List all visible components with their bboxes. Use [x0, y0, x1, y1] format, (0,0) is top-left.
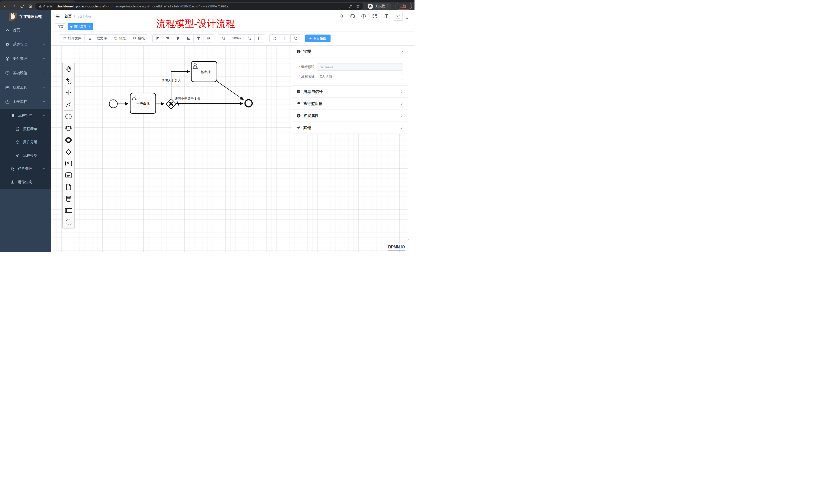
incognito-label: 无痕模式	[375, 4, 388, 8]
passwords-key-icon[interactable]	[348, 4, 352, 8]
github-icon[interactable]	[350, 13, 355, 19]
restart-button[interactable]	[290, 35, 301, 42]
user-task-level2[interactable]: 二级审批	[191, 62, 217, 82]
align-top-button[interactable]	[173, 35, 183, 42]
sidebar-item-workflow[interactable]: 工作流程	[0, 95, 51, 109]
section-general[interactable]: 常规	[292, 45, 408, 57]
process-name-input[interactable]	[317, 73, 403, 80]
edge-label-le1[interactable]: 请假小于等于 1 天	[175, 97, 201, 101]
process-key-input[interactable]	[317, 64, 403, 71]
flow-gateway-to-task2[interactable]	[171, 72, 190, 98]
forward-button[interactable]	[11, 3, 17, 9]
edge-label-gt3[interactable]: 请假大于 3 天	[161, 79, 181, 82]
sidebar-item-infra[interactable]: 基础设施	[0, 66, 51, 80]
undo-button[interactable]	[269, 35, 280, 42]
align-center-v-icon	[196, 36, 201, 40]
sidebar-item-devtools[interactable]: 研发工具	[0, 80, 51, 95]
address-bar[interactable]: 不安全 dashboard.yudao.iocoder.cn/bpm/manag…	[35, 3, 363, 10]
zoom-in-icon	[247, 36, 251, 40]
bpmn-canvas[interactable]: 一级审批 二级审批 请假大于 3 天	[51, 45, 414, 252]
redo-button[interactable]	[280, 35, 290, 42]
align-top-icon	[176, 36, 180, 40]
bpmn-io-watermark[interactable]: BPMN.iO	[388, 245, 405, 250]
align-bottom-button[interactable]	[183, 35, 193, 42]
download-file-button[interactable]: 下载文件	[84, 35, 110, 42]
sidebar-item-home[interactable]: 首页	[0, 23, 51, 37]
dashboard-icon	[5, 28, 10, 33]
briefcase-icon	[5, 85, 10, 90]
person-icon	[10, 180, 15, 185]
active-dot	[70, 26, 72, 28]
update-button[interactable]: 更新	[396, 3, 412, 9]
sidebar-item-process-mgmt[interactable]: 流程管理	[0, 109, 51, 122]
font-size-icon[interactable]	[383, 13, 388, 19]
bookmark-star-icon[interactable]	[356, 4, 360, 8]
align-center-vertical-button[interactable]	[193, 35, 204, 42]
save-model-button[interactable]: + 保存模型	[305, 35, 330, 42]
chevron-right-icon	[400, 114, 403, 117]
paper-plane-icon	[15, 153, 20, 158]
zoom-in-button[interactable]	[244, 35, 254, 42]
flow-task2-to-end[interactable]	[217, 81, 244, 100]
sidebar-item-system[interactable]: 系统管理	[0, 37, 51, 52]
avatar[interactable]	[394, 12, 402, 21]
section-messages-signals[interactable]: 消息与信号	[292, 85, 408, 98]
back-button[interactable]	[3, 3, 9, 9]
plus-circle-icon	[296, 114, 301, 118]
zoom-level[interactable]: 100%	[229, 35, 244, 42]
section-extended-attributes[interactable]: 扩展属性	[292, 110, 408, 121]
align-center-h-icon	[207, 36, 211, 40]
align-bottom-icon	[186, 36, 190, 40]
start-event[interactable]	[109, 100, 117, 108]
section-other[interactable]: 其他	[292, 121, 408, 133]
section-execution-listeners[interactable]: 执行监听器	[292, 98, 408, 110]
svg-text:一级审批: 一级审批	[136, 102, 149, 106]
avatar-caret-icon[interactable]: ▼	[406, 17, 408, 21]
download-icon	[88, 36, 92, 40]
chip-icon	[133, 36, 137, 40]
search-icon[interactable]	[339, 13, 344, 19]
chevron-down-icon	[42, 167, 45, 171]
sidebar-item-user-group[interactable]: 用户分组	[0, 135, 51, 149]
chevron-up-icon	[42, 114, 45, 118]
flow-tree-icon	[10, 166, 15, 171]
align-center-horizontal-button[interactable]	[204, 35, 214, 42]
hamburger-icon[interactable]	[55, 13, 61, 19]
incognito-icon	[368, 4, 373, 9]
tag-design-process[interactable]: 设计流程 ×	[68, 23, 93, 30]
breadcrumb-home[interactable]: 首页	[65, 14, 72, 19]
align-right-button[interactable]	[163, 35, 173, 42]
sidebar-item-leave-query[interactable]: 请假查询	[0, 176, 51, 189]
briefcase-icon	[5, 100, 10, 104]
fullscreen-icon[interactable]	[372, 13, 377, 19]
chrome-menu-icon[interactable]	[408, 4, 409, 8]
breadcrumb: 首页 / 设计流程	[65, 14, 92, 19]
sidebar-item-process-form[interactable]: 流程表单	[0, 122, 51, 135]
breadcrumb-current: 设计流程	[77, 14, 92, 19]
chevron-right-icon	[400, 102, 403, 105]
close-icon[interactable]: ×	[88, 25, 90, 28]
zoom-out-button[interactable]	[218, 35, 229, 42]
align-left-button[interactable]	[153, 35, 163, 42]
reload-button[interactable]	[19, 3, 25, 9]
fit-viewport-button[interactable]	[254, 35, 265, 42]
refresh-icon	[294, 36, 298, 40]
sidebar-item-process-model[interactable]: 流程模型	[0, 149, 51, 162]
gear-icon	[5, 42, 10, 47]
home-button[interactable]	[27, 3, 33, 9]
open-file-button[interactable]: 打开文件	[59, 35, 84, 42]
zoom-out-icon	[221, 36, 225, 40]
end-event[interactable]	[245, 100, 252, 107]
security-chip[interactable]: 不安全	[38, 4, 53, 8]
app-logo-area[interactable]: 芋道管理系统	[0, 10, 51, 23]
preview-button[interactable]: 预览	[110, 35, 129, 42]
user-task-level1[interactable]: 一级审批	[130, 93, 156, 114]
sidebar-item-payment[interactable]: 支付管理	[0, 52, 51, 66]
simulate-button[interactable]: 模拟	[129, 35, 148, 42]
chevron-down-icon	[42, 42, 45, 46]
message-icon	[296, 89, 301, 94]
help-icon[interactable]	[361, 13, 366, 19]
designer-toolbar: 打开文件 下载文件 预览 模拟 100%	[51, 31, 414, 45]
sidebar-item-task-mgmt[interactable]: 任务管理	[0, 162, 51, 176]
tag-home[interactable]: 首页	[55, 23, 66, 30]
